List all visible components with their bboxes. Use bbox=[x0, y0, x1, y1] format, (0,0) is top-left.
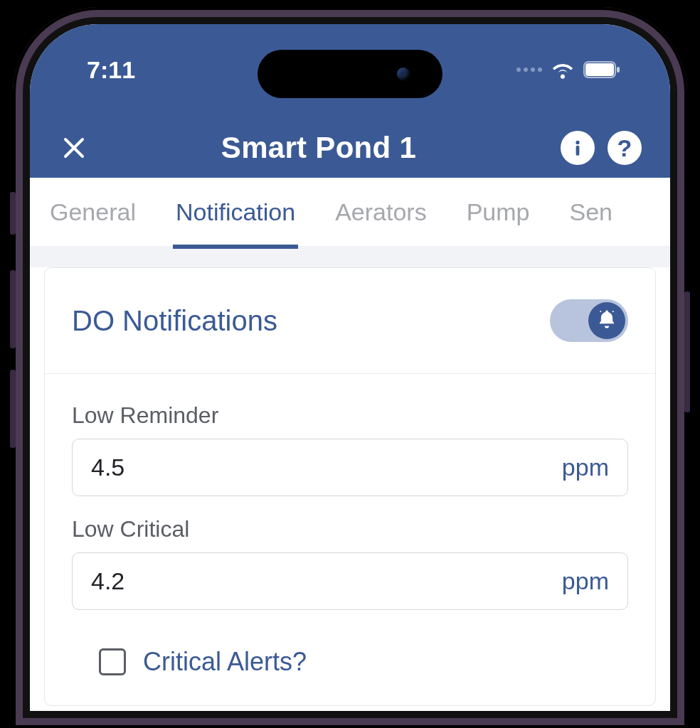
svg-rect-2 bbox=[617, 67, 620, 73]
svg-point-3 bbox=[576, 141, 579, 144]
bell-icon bbox=[596, 309, 617, 333]
tab-aerators[interactable]: Aerators bbox=[329, 191, 433, 233]
low-reminder-label: Low Reminder bbox=[72, 402, 628, 429]
svg-rect-4 bbox=[576, 146, 580, 156]
tab-sensors-truncated[interactable]: Sen bbox=[564, 191, 619, 233]
do-notifications-toggle[interactable] bbox=[550, 299, 628, 342]
tab-divider bbox=[30, 246, 670, 267]
wifi-icon bbox=[551, 60, 575, 79]
screen: 7:11 Smart Pond 1 bbox=[30, 24, 670, 711]
svg-rect-1 bbox=[585, 63, 614, 76]
low-critical-label: Low Critical bbox=[72, 516, 628, 542]
low-critical-field: Low Critical ppm bbox=[72, 516, 628, 610]
battery-icon bbox=[583, 61, 620, 78]
tab-general[interactable]: General bbox=[44, 191, 142, 233]
dynamic-island bbox=[258, 50, 442, 98]
tab-pump[interactable]: Pump bbox=[461, 191, 536, 233]
low-reminder-input[interactable]: ppm bbox=[72, 439, 628, 496]
phone-volume-down-button bbox=[10, 370, 16, 448]
phone-volume-up-button bbox=[10, 270, 16, 348]
status-time: 7:11 bbox=[87, 56, 135, 84]
help-button[interactable]: ? bbox=[608, 131, 642, 165]
page-title: Smart Pond 1 bbox=[90, 131, 548, 165]
app-header: 7:11 Smart Pond 1 bbox=[30, 24, 670, 178]
phone-side-button bbox=[10, 192, 16, 235]
cellular-signal-icon bbox=[516, 68, 542, 72]
critical-alerts-label[interactable]: Critical Alerts? bbox=[143, 647, 307, 677]
low-critical-unit: ppm bbox=[562, 567, 609, 595]
info-button[interactable] bbox=[561, 131, 595, 165]
critical-alerts-checkbox[interactable] bbox=[99, 648, 126, 675]
card-title: DO Notifications bbox=[72, 305, 277, 337]
low-reminder-value[interactable] bbox=[91, 454, 454, 481]
tab-notification[interactable]: Notification bbox=[170, 191, 301, 233]
low-reminder-unit: ppm bbox=[562, 454, 609, 481]
close-button[interactable] bbox=[58, 132, 90, 164]
low-critical-value[interactable] bbox=[91, 567, 454, 595]
phone-power-button bbox=[684, 291, 690, 412]
low-critical-input[interactable]: ppm bbox=[72, 552, 628, 610]
low-reminder-field: Low Reminder ppm bbox=[72, 402, 628, 496]
do-notifications-card: DO Notifications Low Reminder bbox=[44, 267, 656, 706]
phone-frame: 7:11 Smart Pond 1 bbox=[13, 7, 687, 728]
tab-bar: General Notification Aerators Pump Sen bbox=[30, 178, 670, 246]
